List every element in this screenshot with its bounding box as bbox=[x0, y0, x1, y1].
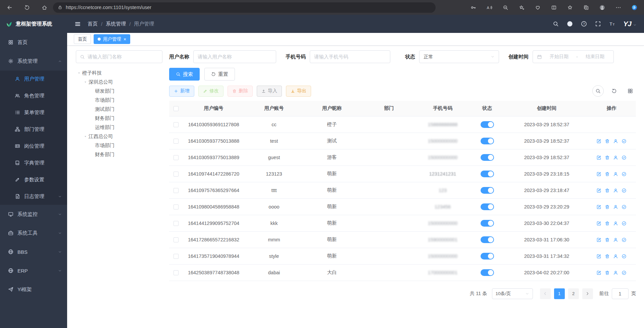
status-select[interactable]: 正常 bbox=[419, 50, 499, 63]
favorite-star-icon[interactable] bbox=[516, 1, 527, 13]
collapse-sidebar-icon[interactable] bbox=[75, 21, 81, 27]
edit-square-icon[interactable] bbox=[596, 139, 601, 144]
row-checkbox[interactable] bbox=[174, 188, 179, 193]
sidebar-item-home[interactable]: 首页 bbox=[0, 33, 67, 52]
check-circle-icon[interactable] bbox=[622, 221, 627, 226]
check-circle-icon[interactable] bbox=[622, 172, 627, 177]
tab-user-management[interactable]: 用户管理× bbox=[94, 34, 130, 44]
edit-square-icon[interactable] bbox=[596, 221, 601, 226]
edit-square-icon[interactable] bbox=[596, 204, 601, 209]
tree-node[interactable]: 财务部门 bbox=[76, 150, 162, 159]
tree-caret-icon[interactable] bbox=[76, 71, 82, 75]
user-avatar[interactable]: YJ bbox=[623, 20, 637, 28]
export-button[interactable]: 导出 bbox=[286, 86, 311, 97]
sidebar-item-system-tools[interactable]: 系统工具 bbox=[0, 224, 67, 242]
prev-page-button[interactable] bbox=[540, 288, 551, 299]
tree-node[interactable]: 深圳总公司 bbox=[76, 78, 162, 87]
profile-avatar-icon[interactable] bbox=[596, 1, 608, 13]
breadcrumb-item[interactable]: 系统管理 bbox=[106, 21, 126, 27]
browser-essentials-icon[interactable] bbox=[532, 1, 543, 13]
tree-caret-icon[interactable] bbox=[82, 80, 89, 84]
address-bar[interactable]: https://ccnetcore.com:1101/system/user bbox=[53, 2, 436, 13]
import-button[interactable]: 导入 bbox=[257, 86, 282, 97]
home-icon[interactable] bbox=[38, 1, 50, 13]
edit-square-icon[interactable] bbox=[596, 155, 601, 160]
status-toggle[interactable] bbox=[481, 154, 494, 161]
page-button-1[interactable]: 1 bbox=[554, 288, 565, 299]
status-toggle[interactable] bbox=[481, 187, 494, 194]
trash-icon[interactable] bbox=[605, 237, 610, 242]
reset-button[interactable]: 重置 bbox=[204, 68, 235, 81]
tree-node[interactable]: 橙子科技 bbox=[76, 68, 162, 78]
sidebar-item-dept-management[interactable]: 部门管理 bbox=[0, 121, 67, 138]
user-icon[interactable] bbox=[613, 172, 618, 177]
add-button[interactable]: 新增 bbox=[169, 86, 194, 97]
status-toggle[interactable] bbox=[481, 171, 494, 177]
status-toggle[interactable] bbox=[481, 121, 494, 128]
dept-search-input[interactable] bbox=[88, 54, 158, 59]
status-toggle[interactable] bbox=[481, 138, 494, 144]
check-circle-icon[interactable] bbox=[622, 204, 627, 209]
sidebar-item-param-settings[interactable]: 参数设置 bbox=[0, 171, 67, 188]
split-screen-icon[interactable] bbox=[548, 1, 559, 13]
trash-icon[interactable] bbox=[605, 188, 610, 193]
next-page-button[interactable] bbox=[582, 288, 593, 299]
sidebar-item-user-management[interactable]: 用户管理 bbox=[0, 71, 67, 87]
row-checkbox[interactable] bbox=[174, 204, 179, 209]
sidebar-item-menu-management[interactable]: 菜单管理 bbox=[0, 104, 67, 121]
tree-caret-icon[interactable] bbox=[82, 135, 89, 138]
row-checkbox[interactable] bbox=[174, 270, 179, 275]
row-checkbox[interactable] bbox=[174, 172, 179, 177]
close-icon[interactable]: × bbox=[123, 37, 126, 42]
settings-more-icon[interactable] bbox=[612, 1, 624, 13]
row-checkbox[interactable] bbox=[174, 155, 179, 160]
edit-square-icon[interactable] bbox=[596, 270, 601, 275]
trash-icon[interactable] bbox=[605, 204, 610, 209]
delete-button[interactable]: 删除 bbox=[228, 86, 253, 97]
fullscreen-icon[interactable] bbox=[595, 21, 601, 27]
trash-icon[interactable] bbox=[605, 172, 610, 177]
sidebar-item-system-management[interactable]: 系统管理 bbox=[0, 52, 67, 71]
edit-square-icon[interactable] bbox=[596, 237, 601, 242]
breadcrumb-item[interactable]: 首页 bbox=[88, 21, 98, 27]
edit-button[interactable]: 修改 bbox=[198, 86, 224, 97]
tree-node[interactable]: 市场部门 bbox=[76, 141, 162, 150]
search-icon[interactable] bbox=[553, 21, 559, 27]
check-circle-icon[interactable] bbox=[622, 237, 627, 242]
tab-home[interactable]: 首页 bbox=[74, 34, 91, 44]
page-button-2[interactable]: 2 bbox=[568, 288, 579, 299]
status-toggle[interactable] bbox=[481, 220, 494, 227]
font-size-icon[interactable]: TT bbox=[609, 21, 615, 27]
user-icon[interactable] bbox=[613, 254, 618, 259]
tree-node[interactable]: 研发部门 bbox=[76, 87, 162, 96]
trash-icon[interactable] bbox=[605, 270, 610, 275]
search-button[interactable]: 搜索 bbox=[169, 68, 200, 81]
collections-icon[interactable] bbox=[580, 1, 592, 13]
select-all-checkbox[interactable] bbox=[174, 106, 179, 111]
sidebar-item-role-management[interactable]: 角色管理 bbox=[0, 87, 67, 104]
date-range-picker[interactable]: 开始日期 - 结束日期 bbox=[533, 50, 614, 63]
tree-node[interactable]: 测试部门 bbox=[76, 105, 162, 114]
phone-input[interactable] bbox=[314, 54, 386, 59]
tree-node[interactable]: 江西总公司 bbox=[76, 132, 162, 141]
row-checkbox[interactable] bbox=[174, 254, 179, 259]
sidebar-item-erp[interactable]: ERP bbox=[0, 261, 67, 280]
trash-icon[interactable] bbox=[605, 139, 610, 144]
status-toggle[interactable] bbox=[481, 269, 494, 276]
trash-icon[interactable] bbox=[605, 221, 610, 226]
user-icon[interactable] bbox=[613, 188, 618, 193]
status-toggle[interactable] bbox=[481, 203, 494, 210]
edit-square-icon[interactable] bbox=[596, 172, 601, 177]
username-input[interactable] bbox=[198, 54, 272, 59]
favorites-bar-icon[interactable] bbox=[564, 1, 576, 13]
page-size-select[interactable]: 10条/页 bbox=[492, 288, 533, 299]
copilot-icon[interactable]: b bbox=[629, 1, 640, 13]
user-icon[interactable] bbox=[613, 155, 618, 160]
status-toggle[interactable] bbox=[481, 236, 494, 243]
trash-icon[interactable] bbox=[605, 155, 610, 160]
row-checkbox[interactable] bbox=[174, 221, 179, 226]
check-circle-icon[interactable] bbox=[622, 254, 627, 259]
grid-icon[interactable] bbox=[625, 85, 636, 97]
tree-node[interactable]: 市场部门 bbox=[76, 96, 162, 105]
sidebar-item-system-monitor[interactable]: 系统监控 bbox=[0, 205, 67, 224]
